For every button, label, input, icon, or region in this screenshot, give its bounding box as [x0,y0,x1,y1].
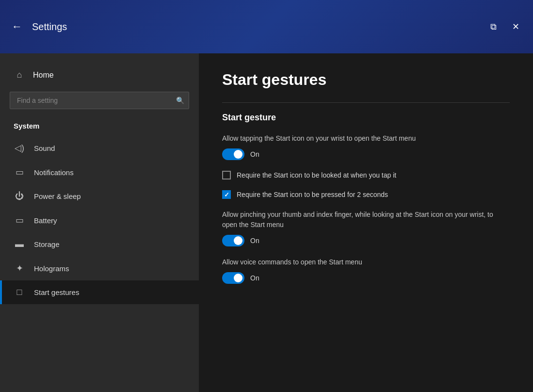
storage-icon: ▬ [14,239,25,249]
tap-start-toggle[interactable] [222,148,244,160]
sidebar-holograms-label: Holograms [34,264,69,273]
sidebar-item-holograms[interactable]: ✦ Holograms [0,256,199,280]
pinch-start-toggle[interactable] [222,235,244,246]
sidebar-storage-label: Storage [34,240,60,248]
look-start-checkbox[interactable] [222,171,231,180]
restore-icon: ⧉ [490,22,497,32]
battery-icon: ▭ [14,215,25,226]
close-button[interactable]: ✕ [506,17,525,36]
sidebar-item-power[interactable]: ⏻ Power & sleep [0,184,199,208]
look-start-checkbox-row: Require the Start icon to be looked at w… [222,171,510,180]
gestures-icon: □ [14,287,25,297]
sidebar-item-storage[interactable]: ▬ Storage [0,232,199,256]
sidebar-item-notifications[interactable]: ▭ Notifications [0,160,199,184]
setting-voice-start: Allow voice commands to open the Start m… [222,257,510,284]
close-icon: ✕ [512,21,519,32]
sidebar-battery-label: Battery [34,216,57,225]
voice-start-toggle-label: On [250,274,259,282]
press-start-checkbox[interactable] [222,190,231,199]
back-button[interactable]: ← [12,20,22,33]
sidebar-home-label: Home [33,71,54,80]
window-title: Settings [32,21,67,33]
sidebar-gestures-label: Start gestures [34,288,79,296]
notifications-icon: ▭ [14,167,25,178]
restore-button[interactable]: ⧉ [485,18,502,36]
sidebar: Home 🔍 System ◁) Sound ▭ Notifications ⏻… [0,53,199,392]
sidebar-sound-label: Sound [34,144,55,152]
sound-icon: ◁) [14,143,25,153]
press-start-label: Require the Start icon to be pressed for… [237,191,388,198]
voice-start-description: Allow voice commands to open the Start m… [222,257,494,267]
section-title: Start gesture [222,113,510,123]
press-start-checkbox-row: Require the Start icon to be pressed for… [222,190,510,199]
title-bar: ← Settings ⧉ ✕ [0,0,533,53]
tap-start-description: Allow tapping the Start icon on your wri… [222,133,494,144]
sidebar-item-sound[interactable]: ◁) Sound [0,136,199,160]
sidebar-section-label: System [0,118,199,136]
title-bar-controls: ⧉ ✕ [485,17,525,36]
main-content: Home 🔍 System ◁) Sound ▭ Notifications ⏻… [0,53,533,392]
power-icon: ⏻ [14,191,25,201]
back-icon: ← [12,20,22,33]
tap-start-toggle-row: On [222,148,510,160]
voice-start-toggle[interactable] [222,272,244,284]
setting-press-start: Require the Start icon to be pressed for… [222,190,510,199]
pinch-start-toggle-row: On [222,235,510,246]
sidebar-item-home[interactable]: Home [0,63,199,87]
pinch-start-description: Allow pinching your thumb and index fing… [222,210,494,230]
search-input[interactable] [10,92,189,109]
search-icon: 🔍 [176,97,184,104]
sidebar-power-label: Power & sleep [34,192,81,200]
content-area: Start gestures Start gesture Allow tappi… [199,53,533,392]
sidebar-notifications-label: Notifications [34,168,74,177]
divider [222,102,510,103]
look-start-label: Require the Start icon to be looked at w… [237,171,396,179]
home-icon [14,70,25,80]
holograms-icon: ✦ [14,263,25,274]
voice-start-toggle-row: On [222,272,510,284]
pinch-start-toggle-label: On [250,237,259,245]
setting-look-start: Require the Start icon to be looked at w… [222,171,510,180]
setting-tap-start: Allow tapping the Start icon on your wri… [222,133,510,160]
tap-start-toggle-label: On [250,150,259,158]
sidebar-search-container: 🔍 [10,92,189,109]
setting-pinch-start: Allow pinching your thumb and index fing… [222,210,510,246]
page-title: Start gestures [222,71,510,89]
sidebar-item-battery[interactable]: ▭ Battery [0,208,199,232]
sidebar-item-startgestures[interactable]: □ Start gestures [0,280,199,304]
